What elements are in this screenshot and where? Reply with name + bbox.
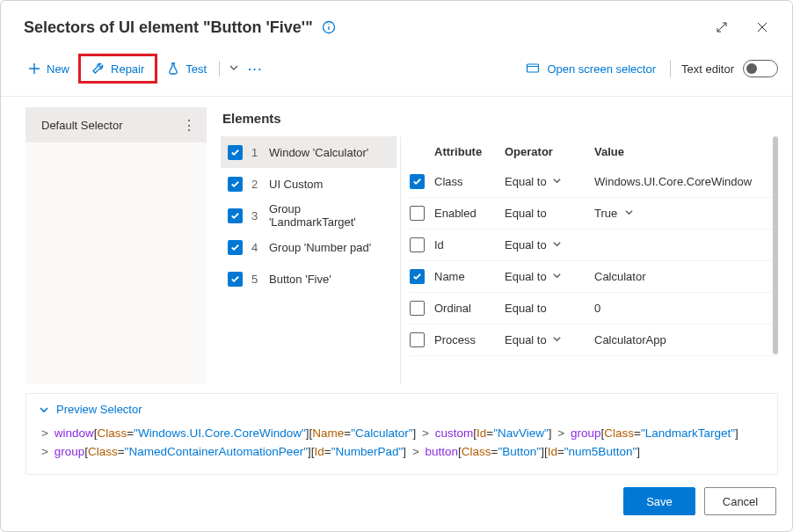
new-label: New xyxy=(47,62,69,76)
col-operator: Operator xyxy=(505,145,589,158)
attribute-checkbox[interactable] xyxy=(410,269,425,284)
element-checkbox[interactable] xyxy=(228,208,243,223)
chevron-down-icon xyxy=(552,270,562,283)
attribute-name: Name xyxy=(434,270,499,283)
attribute-checkbox[interactable] xyxy=(410,206,425,221)
cancel-button[interactable]: Cancel xyxy=(704,487,776,515)
attribute-checkbox[interactable] xyxy=(410,174,425,189)
dialog-title: Selectors of UI element "Button 'Five'" xyxy=(24,18,313,37)
element-index: 4 xyxy=(251,241,260,254)
save-button[interactable]: Save xyxy=(623,487,695,515)
attribute-row: ClassEqual to Windows.UI.Core.CoreWindow xyxy=(410,166,778,198)
element-index: 2 xyxy=(251,178,260,191)
svg-rect-5 xyxy=(527,64,539,72)
element-row[interactable]: 5Button 'Five' xyxy=(221,263,396,295)
repair-highlight: Repair xyxy=(78,54,157,84)
value-cell: Calculator xyxy=(594,270,766,283)
operator-cell[interactable]: Equal to xyxy=(505,333,589,346)
close-icon[interactable] xyxy=(750,15,775,40)
attribute-row: ProcessEqual to CalculatorApp xyxy=(410,324,778,356)
attribute-name: Ordinal xyxy=(434,302,499,315)
text-editor-label: Text editor xyxy=(681,62,734,76)
attributes-header: Attribute Operator Value xyxy=(410,136,778,166)
main-content: Default Selector ⋮ Elements 1Window 'Cal… xyxy=(1,97,792,384)
text-editor-toggle[interactable] xyxy=(743,60,778,77)
selector-item[interactable]: Default Selector ⋮ xyxy=(25,107,207,142)
element-index: 5 xyxy=(251,273,260,286)
open-screen-selector-label: Open screen selector xyxy=(547,62,656,76)
open-screen-selector-button[interactable]: Open screen selector xyxy=(517,62,665,76)
test-label: Test xyxy=(186,62,207,76)
test-button[interactable]: Test xyxy=(159,58,214,79)
attribute-checkbox[interactable] xyxy=(410,237,425,252)
element-row[interactable]: 1Window 'Calculator' xyxy=(221,136,396,168)
element-label: Group 'LandmarkTarget' xyxy=(269,202,389,229)
attribute-name: Process xyxy=(434,333,499,346)
chevron-down-icon xyxy=(552,333,562,346)
attribute-row: EnabledEqual toTrue xyxy=(410,198,778,230)
attribute-name: Id xyxy=(434,238,499,251)
value-cell: 0 xyxy=(594,302,766,315)
operator-cell: Equal to xyxy=(505,302,589,315)
repair-button[interactable]: Repair xyxy=(84,58,151,79)
element-row[interactable]: 3Group 'LandmarkTarget' xyxy=(221,200,396,231)
preview-label: Preview Selector xyxy=(56,403,142,416)
preview-toggle[interactable]: Preview Selector xyxy=(39,403,765,425)
element-checkbox[interactable] xyxy=(228,145,243,160)
restore-icon[interactable] xyxy=(709,15,734,40)
attribute-name: Enabled xyxy=(434,207,499,220)
preview-selector-panel: Preview Selector > window[Class="Windows… xyxy=(25,393,778,475)
element-checkbox[interactable] xyxy=(228,240,243,255)
preview-body: > window[Class="Windows.UI.Core.CoreWind… xyxy=(39,425,765,462)
chevron-down-icon xyxy=(552,175,562,188)
element-index: 3 xyxy=(251,209,260,222)
scrollbar[interactable] xyxy=(773,136,778,354)
toolbar: New Repair Test ··· Open screen selector… xyxy=(1,48,792,97)
col-value: Value xyxy=(594,145,766,158)
element-row[interactable]: 2UI Custom xyxy=(221,168,396,200)
attribute-row: IdEqual to xyxy=(410,230,778,261)
attribute-checkbox[interactable] xyxy=(410,332,425,347)
value-cell: CalculatorApp xyxy=(594,333,766,346)
element-index: 1 xyxy=(251,146,260,159)
dialog-footer: Save Cancel xyxy=(1,475,792,531)
chevron-down-icon xyxy=(624,207,634,220)
elements-heading: Elements xyxy=(221,107,778,136)
attribute-row: NameEqual to Calculator xyxy=(410,261,778,293)
chevron-down-icon xyxy=(552,238,562,251)
chevron-down-icon[interactable] xyxy=(225,62,243,76)
attributes-grid: Attribute Operator Value ClassEqual to W… xyxy=(400,136,778,384)
elements-list: 1Window 'Calculator'2UI Custom3Group 'La… xyxy=(221,136,396,384)
element-row[interactable]: 4Group 'Number pad' xyxy=(221,231,396,263)
element-label: Window 'Calculator' xyxy=(269,146,368,159)
text-editor-control: Text editor xyxy=(670,60,778,77)
more-icon[interactable]: ··· xyxy=(243,62,268,76)
value-cell: Windows.UI.Core.CoreWindow xyxy=(594,175,766,188)
toolbar-divider xyxy=(219,61,220,77)
dialog-header: Selectors of UI element "Button 'Five'" xyxy=(1,1,792,48)
selector-item-more-icon[interactable]: ⋮ xyxy=(182,117,196,134)
repair-label: Repair xyxy=(111,62,144,76)
operator-cell[interactable]: Equal to xyxy=(505,238,589,251)
attribute-name: Class xyxy=(434,175,499,188)
element-checkbox[interactable] xyxy=(228,177,243,192)
element-checkbox[interactable] xyxy=(228,272,243,287)
svg-point-2 xyxy=(328,24,329,25)
value-cell[interactable]: True xyxy=(594,207,766,220)
selector-item-label: Default Selector xyxy=(41,119,123,132)
selectors-list: Default Selector ⋮ xyxy=(25,107,207,384)
operator-cell[interactable]: Equal to xyxy=(505,270,589,283)
element-label: UI Custom xyxy=(269,178,323,191)
attribute-row: OrdinalEqual to0 xyxy=(410,293,778,324)
col-attribute: Attribute xyxy=(434,145,499,158)
operator-cell[interactable]: Equal to xyxy=(505,175,589,188)
element-label: Group 'Number pad' xyxy=(269,241,371,254)
attribute-checkbox[interactable] xyxy=(410,301,425,316)
elements-panel: Elements 1Window 'Calculator'2UI Custom3… xyxy=(221,107,778,384)
element-label: Button 'Five' xyxy=(269,273,331,286)
info-icon[interactable] xyxy=(322,20,336,34)
operator-cell: Equal to xyxy=(505,207,589,220)
new-button[interactable]: New xyxy=(20,58,76,79)
